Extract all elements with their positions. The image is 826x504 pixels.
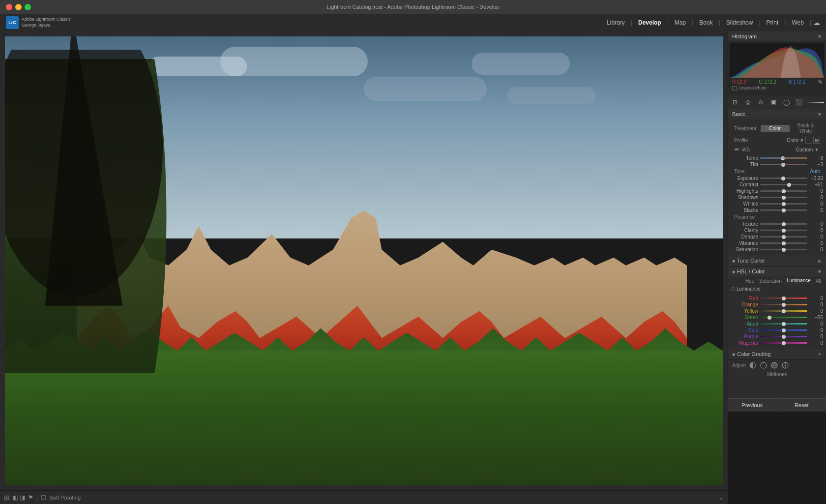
histogram-header[interactable]: Histogram ▼ [728, 31, 826, 41]
hsl-yellow-slider[interactable] [760, 310, 807, 312]
reset-button[interactable]: Reset [777, 398, 826, 412]
nav-library[interactable]: Library [603, 17, 629, 28]
adjust-label: Adjust [732, 363, 746, 368]
luminance-label: Luminance [737, 286, 761, 292]
saturation-slider[interactable] [760, 249, 807, 250]
nav-book[interactable]: Book [695, 17, 716, 28]
bottom-padding [728, 378, 826, 398]
vibrance-slider[interactable] [760, 242, 807, 244]
minimize-button[interactable] [15, 4, 22, 10]
dehaze-label: Dehaze [731, 234, 758, 239]
hsl-tab-luminance[interactable]: Luminance [785, 277, 813, 284]
bw-btn[interactable]: Black & White [792, 122, 821, 135]
texture-slider[interactable] [760, 223, 807, 225]
color-grading-arrow: ▼ [817, 352, 822, 357]
cloud-6 [507, 87, 596, 104]
contrast-thumb [787, 183, 791, 187]
hsl-blue-row: Blue 0 [731, 327, 823, 333]
hsl-collapse-icon: ■ [732, 269, 735, 274]
basic-header[interactable]: Basic ▼ [728, 109, 826, 119]
presence-row: Presence [731, 214, 823, 220]
cloud-2 [220, 47, 368, 76]
compare-icon[interactable]: ◧ ◨ [13, 494, 25, 501]
grid-icon-2[interactable]: ⊞ [813, 137, 820, 144]
cloud-5 [472, 53, 570, 75]
clarity-slider[interactable] [760, 230, 807, 231]
color-grading-section[interactable]: ■ Color Grading ▼ [728, 349, 826, 360]
hsl-aqua-thumb [782, 322, 786, 326]
hsl-aqua-label: Aqua [731, 321, 758, 326]
eyedropper-icon[interactable]: ✒ [734, 146, 740, 153]
cg-highlights-icon[interactable] [770, 361, 778, 369]
hsl-green-slider[interactable] [760, 317, 807, 318]
vibrance-label: Vibrance [731, 240, 758, 246]
hsl-aqua-slider[interactable] [760, 323, 807, 325]
red-eye-tool[interactable]: ⊙ [756, 97, 766, 107]
nav-develop[interactable]: Develop [634, 17, 665, 28]
contrast-label: Contrast [731, 182, 758, 187]
highlights-slider[interactable] [760, 190, 807, 192]
hsl-purple-value: 0 [809, 334, 823, 339]
hsl-aqua-value: 0 [809, 321, 823, 326]
hist-orig-photo: Original Photo [730, 86, 824, 91]
contrast-value: +61 [809, 182, 823, 187]
nav-print[interactable]: Print [763, 17, 783, 28]
hsl-red-thumb [782, 296, 786, 300]
grid-icons: ⊞ [805, 137, 820, 144]
close-button[interactable] [6, 4, 12, 10]
previous-button[interactable]: Previous [728, 398, 777, 412]
hist-checkbox[interactable] [732, 86, 737, 90]
hsl-purple-slider[interactable] [760, 336, 807, 337]
hsl-blue-thumb [782, 328, 786, 332]
shadows-slider[interactable] [760, 197, 807, 198]
saturation-row: Saturation 0 [731, 247, 823, 252]
hsl-red-row: Red 0 [731, 296, 823, 301]
hsl-red-slider[interactable] [760, 297, 807, 299]
cg-shadows-icon[interactable] [749, 361, 757, 369]
adjustment-tool[interactable]: ⬛ [794, 97, 804, 107]
maximize-button[interactable] [25, 4, 31, 10]
flag-icon[interactable]: ⚑ [28, 494, 33, 501]
nav-map[interactable]: Map [671, 17, 690, 28]
hsl-blue-slider[interactable] [760, 329, 807, 331]
zoom-icon[interactable]: ⌄ [719, 494, 724, 501]
cloud-icon[interactable]: ☁ [813, 19, 820, 27]
hsl-tab-hue[interactable]: Hue [743, 278, 756, 284]
temp-slider[interactable] [760, 157, 807, 159]
exposure-slider[interactable] [760, 178, 807, 179]
hsl-tab-all[interactable]: All [814, 278, 823, 284]
tone-auto[interactable]: Auto [810, 169, 820, 174]
profile-label: Profile [734, 138, 748, 143]
panel-scroll[interactable]: Histogram ▼ [728, 31, 826, 398]
hsl-tab-saturation[interactable]: Saturation [757, 278, 784, 284]
soft-proofing-checkbox[interactable]: ☐ [41, 494, 46, 501]
radial-tool[interactable]: ◯ [781, 97, 791, 107]
hsl-yellow-value: 0 [809, 308, 823, 314]
cg-all-icon[interactable] [781, 361, 789, 369]
nav-web[interactable]: Web [788, 17, 807, 28]
grid-icon-1[interactable] [805, 137, 812, 144]
shadows-thumb [782, 196, 786, 200]
color-grading-collapse-icon: ■ [732, 352, 735, 357]
filmstrip-icon[interactable]: ⊞ [4, 494, 10, 502]
whites-slider[interactable] [760, 203, 807, 205]
contrast-slider[interactable] [760, 184, 807, 185]
tone-curve-section[interactable]: ■ Tone Curve ▶ [728, 255, 826, 267]
cg-midtones-icon[interactable] [760, 361, 767, 369]
nav-slideshow[interactable]: Slideshow [722, 17, 757, 28]
tone-curve-title: Tone Curve [737, 258, 765, 264]
exposure-quick-slider[interactable] [807, 102, 824, 103]
dehaze-slider[interactable] [760, 236, 807, 237]
heal-tool[interactable]: ◎ [743, 97, 753, 107]
blacks-slider[interactable] [760, 209, 807, 211]
tint-slider[interactable] [760, 164, 807, 165]
color-grading-title: Color Grading [737, 351, 770, 357]
hsl-orange-slider[interactable] [760, 304, 807, 305]
crop-tool[interactable]: ⊡ [730, 97, 740, 107]
gradient-tool[interactable]: ▣ [768, 97, 778, 107]
hsl-magenta-slider[interactable] [760, 342, 807, 344]
histogram-arrow: ▼ [817, 34, 822, 39]
cg-icons [749, 361, 789, 369]
hsl-header[interactable]: ■ HSL / Color ▼ [728, 267, 826, 276]
color-btn[interactable]: Color [761, 125, 790, 132]
